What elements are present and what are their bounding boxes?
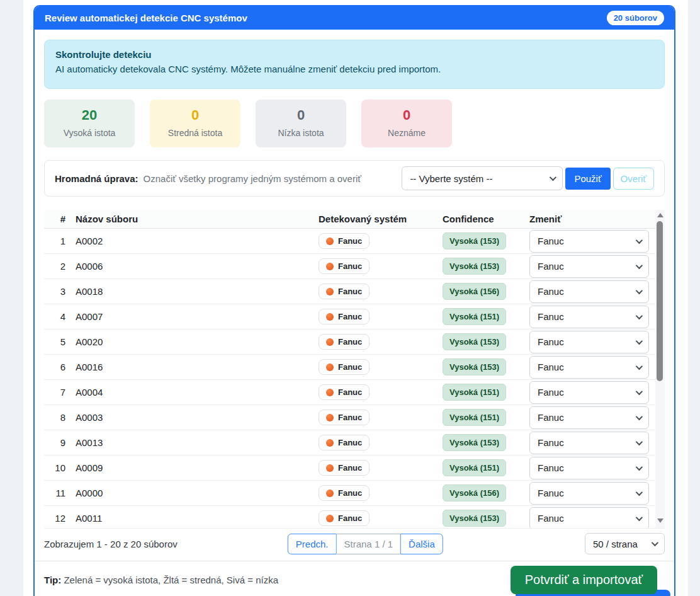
tip-label: Tip: [44,575,61,585]
previous-page-button[interactable]: Predch. [288,534,337,554]
change-cell: Fanuc [529,306,655,328]
stats-row: 20 Vysoká istota 0 Stredná istota 0 Nízk… [44,100,665,147]
table-row: 9 A0013 Fanuc Vysoká (153) Fanuc [44,430,665,456]
apply-button[interactable]: Použiť [565,168,610,190]
system-change-select[interactable]: Fanuc [529,482,649,505]
detected-system-badge: Fanuc [319,359,370,375]
scrollbar-thumb[interactable] [657,221,663,381]
scroll-down-arrow-icon[interactable] [657,519,663,523]
scroll-up-arrow-icon[interactable] [657,213,663,217]
change-cell: Fanuc [529,280,655,303]
file-name: A0002 [74,236,319,246]
system-change-select[interactable]: Fanuc [529,280,649,303]
confidence-badge: Vysoká (153) [443,232,506,249]
confidence-cell: Vysoká (151) [443,384,529,401]
chevron-down-icon [636,438,643,445]
chevron-down-icon [550,174,556,181]
column-header-index: # [44,214,74,224]
info-alert-description: AI automaticky detekovala CNC systémy. M… [55,64,653,74]
system-name: Fanuc [338,513,362,523]
change-cell: Fanuc [529,406,655,429]
system-change-select[interactable]: Fanuc [529,255,649,278]
confidence-badge: Vysoká (151) [443,384,506,401]
bulk-system-select[interactable]: -- Vyberte systém -- [402,166,563,190]
column-header-confidence: Confidence [443,214,529,224]
chevron-down-icon [636,413,643,420]
confirm-import-button[interactable]: Potvrdiť a importovať [511,566,657,594]
file-name: A0000 [74,488,319,498]
change-cell: Fanuc [529,432,655,454]
detected-system-badge: Fanuc [319,435,370,450]
confidence-cell: Vysoká (153) [443,434,529,451]
next-page-button[interactable]: Ďalšia [400,534,443,554]
verify-button[interactable]: Overiť [613,168,654,190]
row-index: 1 [44,236,74,246]
system-change-select[interactable]: Fanuc [529,356,649,379]
file-name: A0006 [74,261,319,272]
confidence-badge: Vysoká (153) [443,434,506,451]
detected-system-cell: Fanuc [319,435,443,450]
bulk-edit-bar: Hromadná úprava: Označiť všetky programy… [44,160,665,197]
system-change-select-value: Fanuc [538,488,564,498]
change-cell: Fanuc [529,255,655,278]
system-dot-icon [326,414,334,421]
detected-system-cell: Fanuc [319,258,443,274]
system-change-select[interactable]: Fanuc [529,381,649,404]
table-scrollbar[interactable] [655,210,665,528]
system-change-select-value: Fanuc [538,336,564,347]
change-cell: Fanuc [529,230,655,253]
file-name: A0004 [74,387,319,398]
review-panel: Review automatickej detekcie CNC systémo… [33,5,675,596]
system-name: Fanuc [338,261,362,271]
system-change-select[interactable]: Fanuc [529,331,649,353]
confidence-cell: Vysoká (153) [443,258,529,275]
detected-system-cell: Fanuc [319,359,443,375]
detected-system-cell: Fanuc [319,284,443,299]
system-dot-icon [326,338,334,346]
detected-system-cell: Fanuc [319,384,443,400]
table-header-row: # Názov súboru Detekovaný systém Confide… [44,210,665,229]
bulk-edit-description: Označiť všetky programy jedným systémom … [144,173,361,184]
system-change-select-value: Fanuc [538,286,564,297]
row-index: 6 [44,362,74,372]
bulk-edit-controls: -- Vyberte systém -- Použiť Overiť [402,166,654,190]
confidence-badge: Vysoká (151) [443,308,506,325]
system-change-select[interactable]: Fanuc [529,432,649,454]
detected-system-badge: Fanuc [319,485,370,501]
confidence-cell: Vysoká (153) [443,358,529,375]
detected-system-badge: Fanuc [319,309,370,324]
confidence-badge: Vysoká (156) [443,484,506,501]
system-change-select-value: Fanuc [538,412,564,423]
table-row: 7 A0004 Fanuc Vysoká (151) Fanuc [44,380,665,405]
system-dot-icon [326,389,334,396]
chevron-down-icon [636,488,643,495]
panel-header: Review automatickej detekcie CNC systémo… [35,6,674,30]
system-change-select[interactable]: Fanuc [529,406,649,429]
system-name: Fanuc [338,362,362,372]
row-index: 2 [44,261,74,272]
confidence-cell: Vysoká (153) [443,510,529,527]
system-change-select[interactable]: Fanuc [529,306,649,328]
page-size-select[interactable]: 50 / strana [585,533,665,554]
row-index: 3 [44,286,74,297]
system-name: Fanuc [338,463,362,473]
system-change-select-value: Fanuc [538,261,564,272]
confidence-badge: Vysoká (151) [443,459,506,476]
stat-value: 0 [361,107,452,123]
chevron-down-icon [636,362,643,369]
pager-group: Predch. Strana 1 / 1 Ďalšia [288,534,443,554]
row-index: 11 [44,488,74,498]
detected-system-badge: Fanuc [319,510,370,526]
file-name: A0013 [74,437,319,448]
confidence-cell: Vysoká (156) [443,283,529,300]
system-change-select-value: Fanuc [538,362,564,372]
system-change-select[interactable]: Fanuc [529,230,649,253]
chevron-down-icon [636,513,643,520]
row-index: 9 [44,437,74,448]
row-index: 4 [44,311,74,322]
column-header-detected-system: Detekovaný systém [319,214,443,224]
system-change-select[interactable]: Fanuc [529,507,649,529]
system-change-select[interactable]: Fanuc [529,457,649,479]
detected-system-badge: Fanuc [319,233,370,249]
file-name: A0003 [74,412,319,423]
